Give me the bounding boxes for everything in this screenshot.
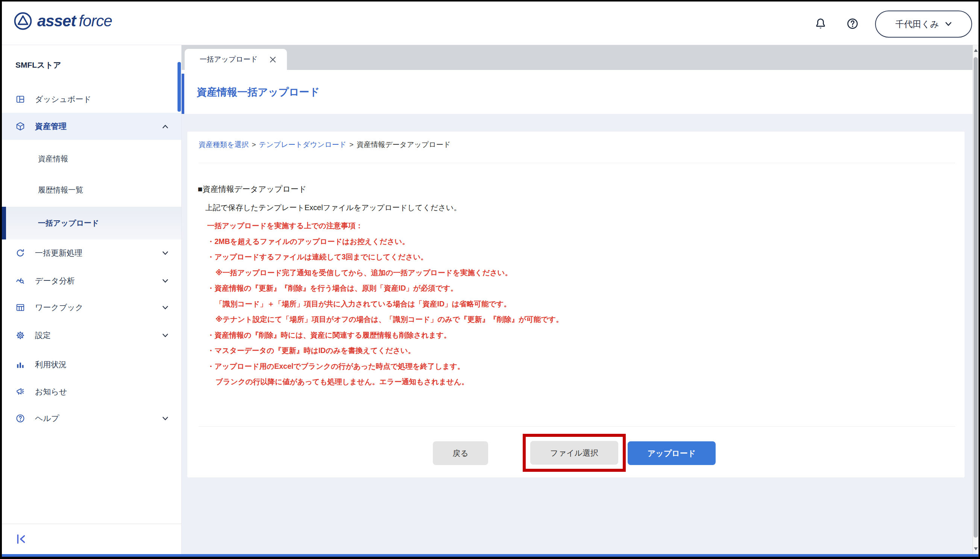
breadcrumb-step-current: 資産情報データアップロード xyxy=(356,140,450,150)
top-header: assetforce 千代田くみ xyxy=(2,2,978,45)
breadcrumb-separator: > xyxy=(252,141,256,149)
chevron-down-icon xyxy=(162,334,169,337)
content-card: 資産種類を選択 > テンプレートダウンロード > 資産情報データアップロード ■… xyxy=(187,132,965,478)
sidebar-item-workbook[interactable]: ワークブック xyxy=(2,296,181,319)
breadcrumb-step-template-download[interactable]: テンプレートダウンロード xyxy=(259,140,346,150)
megaphone-icon xyxy=(15,387,25,397)
package-box-icon xyxy=(15,121,25,131)
chevron-down-icon xyxy=(945,22,952,26)
sidebar-item-label: ワークブック xyxy=(35,302,83,313)
title-accent-bar xyxy=(182,74,184,114)
brand-logo: assetforce xyxy=(13,11,112,31)
sidebar-item-history-list[interactable]: 履歴情報一覧 xyxy=(2,178,181,202)
warning-notes: 一括アップロードを実施する上での注意事項： ・2MBを超えるファイルのアップロー… xyxy=(198,218,950,390)
breadcrumb: 資産種類を選択 > テンプレートダウンロード > 資産情報データアップロード xyxy=(199,140,450,150)
chart-magnifier-icon xyxy=(15,276,25,286)
note-line: ブランクの行以降に値があっても処理しません。エラー通知もされません。 xyxy=(207,374,950,390)
note-line: ※テナント設定にて「場所」項目がオフの場合は、「識別コード」のみで『更新』『削除… xyxy=(207,312,950,327)
back-button[interactable]: 戻る xyxy=(433,442,488,465)
divider xyxy=(199,163,955,163)
note-line: ・アップロードするファイルは連続して3回までにしてください。 xyxy=(207,249,950,265)
scroll-down-arrow-icon[interactable] xyxy=(974,547,978,550)
sidebar-item-label: ダッシュボード xyxy=(35,94,91,104)
sidebar-item-dashboard[interactable]: ダッシュボード xyxy=(2,87,181,111)
refresh-icon xyxy=(15,248,25,258)
chevron-down-icon xyxy=(162,279,169,283)
upload-instructions: ■資産情報データアップロード 上記で保存したテンプレートExcelファイルをアッ… xyxy=(198,180,950,390)
note-line: ※一括アップロード完了通知を受信してから、追加の一括アップロードを実施ください。 xyxy=(207,265,950,281)
question-circle-icon xyxy=(15,413,25,423)
sidebar-item-help[interactable]: ヘルプ xyxy=(2,406,181,430)
notification-bell-icon[interactable] xyxy=(814,17,827,30)
sidebar-item-label: 利用状況 xyxy=(35,359,66,370)
sidebar-footer xyxy=(2,524,182,554)
sidebar-item-label: 資産情報 xyxy=(38,154,68,164)
page-title: 資産情報一括アップロード xyxy=(197,70,319,114)
sidebar-item-label: 資産管理 xyxy=(35,121,66,132)
note-line: ・2MBを超えるファイルのアップロードはお控えください。 xyxy=(207,234,950,250)
sidebar-store-label: SMFLストア xyxy=(2,53,181,77)
sidebar-nav: SMFLストア ダッシュボード 資産管理 資産情報 履歴情報一覧 一括アップロー… xyxy=(2,45,182,524)
selected-indicator-bar xyxy=(2,207,6,240)
sidebar-item-asset-management[interactable]: 資産管理 xyxy=(2,113,181,140)
red-highlight-annotation: ファイル選択 xyxy=(523,434,626,472)
sidebar-item-data-analysis[interactable]: データ分析 xyxy=(2,269,181,293)
sidebar-item-label: 設定 xyxy=(35,330,51,341)
logo-mark-icon xyxy=(13,11,33,31)
file-select-button[interactable]: ファイル選択 xyxy=(530,441,618,465)
sidebar-item-label: お知らせ xyxy=(35,387,67,397)
upload-button[interactable]: アップロード xyxy=(627,442,716,465)
sidebar-item-label: ヘルプ xyxy=(35,413,59,424)
section-heading: ■資産情報データアップロード xyxy=(198,180,950,198)
sidebar-scrollbar-thumb[interactable] xyxy=(177,62,181,112)
sidebar-item-asset-info[interactable]: 資産情報 xyxy=(2,147,181,171)
user-menu-button[interactable]: 千代田くみ xyxy=(875,10,972,38)
sidebar-item-bulk-update[interactable]: 一括更新処理 xyxy=(2,241,181,265)
breadcrumb-separator: > xyxy=(349,141,354,149)
main-content-area: 一括アップロード 資産情報一括アップロード 資産種類を選択 > テンプレートダウ… xyxy=(182,45,972,554)
tab-label: 一括アップロード xyxy=(200,55,258,64)
app-window: assetforce 千代田くみ SMFLストア ダッシュボード 資産管理 資産… xyxy=(0,0,980,559)
chevron-up-icon xyxy=(162,124,169,129)
table-grid-icon xyxy=(15,303,25,313)
sidebar-item-bulk-upload[interactable]: 一括アップロード xyxy=(2,207,181,240)
logo-text: assetforce xyxy=(37,12,112,30)
sidebar-item-label: 一括更新処理 xyxy=(35,248,82,258)
sidebar-item-label: データ分析 xyxy=(35,276,75,286)
bottom-accent-bar xyxy=(2,554,978,557)
user-name: 千代田くみ xyxy=(896,18,939,30)
close-icon[interactable] xyxy=(270,57,276,63)
note-line: ・アップロード用のExcelでブランクの行があった時点で処理を終了します。 xyxy=(207,359,950,374)
help-circle-icon[interactable] xyxy=(846,17,859,30)
page-header: 資産情報一括アップロード xyxy=(182,70,972,114)
logo-word-asset: asset xyxy=(37,12,76,30)
vertical-scrollbar[interactable] xyxy=(972,45,978,554)
chevron-down-icon xyxy=(162,417,169,421)
tab-bulk-upload[interactable]: 一括アップロード xyxy=(185,49,287,70)
sidebar-item-label: 一括アップロード xyxy=(38,218,99,228)
sidebar-item-label: 履歴情報一覧 xyxy=(38,185,83,195)
sidebar-item-announcements[interactable]: お知らせ xyxy=(2,380,181,404)
note-line: ・マスターデータの『更新』時はIDのみを書換えてください。 xyxy=(207,343,950,359)
intro-text: 上記で保存したテンプレートExcelファイルをアップロードしてください。 xyxy=(198,198,950,217)
gear-icon xyxy=(15,331,25,340)
sidebar-item-settings[interactable]: 設定 xyxy=(2,323,181,347)
note-line: ・資産情報の『削除』時には、資産に関連する履歴情報も削除されます。 xyxy=(207,327,950,343)
note-line: 一括アップロードを実施する上での注意事項： xyxy=(207,218,950,234)
collapse-sidebar-icon[interactable] xyxy=(15,533,27,545)
scrollbar-thumb[interactable] xyxy=(973,57,978,538)
note-line: 「識別コード」＋「場所」項目が共に入力されている場合は「資産ID」は省略可能です… xyxy=(207,296,950,312)
tab-bar: 一括アップロード xyxy=(182,45,972,70)
chevron-down-icon xyxy=(162,306,169,310)
dashboard-icon xyxy=(15,94,25,104)
logo-word-force: force xyxy=(79,12,112,30)
note-line: ・資産情報の『更新』『削除』を行う場合は、原則「資産ID」が必須です。 xyxy=(207,280,950,296)
divider xyxy=(199,426,955,427)
breadcrumb-step-select-type[interactable]: 資産種類を選択 xyxy=(199,140,248,150)
chevron-down-icon xyxy=(162,251,169,255)
scroll-up-arrow-icon[interactable] xyxy=(974,49,978,52)
bar-chart-icon xyxy=(15,360,25,370)
sidebar-item-usage[interactable]: 利用状況 xyxy=(2,352,181,377)
